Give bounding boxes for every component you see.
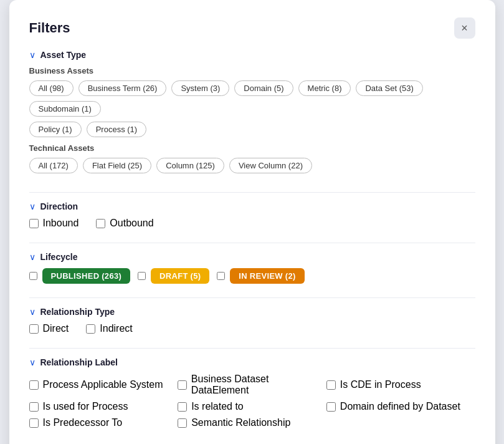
technical-assets-tags: All (172) Flat Field (25) Column (125) V… (29, 158, 475, 173)
is-cde-in-process-label: Is CDE in Process (340, 379, 421, 390)
asset-type-section: ∨ Asset Type Business Assets All (98) Bu… (29, 50, 475, 178)
filters-modal: Filters × ∨ Asset Type Business Assets A… (9, 0, 495, 444)
relationship-label-title: Relationship Label (40, 357, 118, 367)
direction-label: Direction (40, 201, 78, 211)
technical-assets-label: Technical Assets (29, 143, 475, 153)
tag-metric[interactable]: Metric (8) (298, 80, 351, 96)
is-used-for-process-option[interactable]: Is used for Process (29, 401, 178, 412)
domain-defined-by-dataset-option[interactable]: Domain defined by Dataset (326, 401, 475, 412)
relationship-label-header[interactable]: ∨ Relationship Label (29, 357, 475, 367)
semantic-relationship-label: Semantic Relationship (191, 417, 290, 428)
tag-business-term[interactable]: Business Term (26) (78, 80, 167, 96)
direction-options: Inbound Outbound (29, 218, 475, 229)
modal-footer: Clear All Apply Cancel (29, 440, 475, 444)
tag-dataset[interactable]: Data Set (53) (356, 80, 422, 96)
draft-badge[interactable]: DRAFT (5) (151, 268, 209, 284)
chevron-down-icon-3: ∨ (29, 252, 36, 262)
semantic-relationship-checkbox[interactable] (178, 418, 187, 428)
review-badge[interactable]: IN REVIEW (2) (230, 268, 304, 284)
published-badge[interactable]: PUBLISHED (263) (42, 268, 131, 284)
modal-title: Filters (29, 20, 70, 36)
is-related-to-checkbox[interactable] (178, 402, 187, 412)
tag-policy[interactable]: Policy (1) (29, 122, 82, 137)
inbound-option[interactable]: Inbound (29, 218, 79, 229)
relationship-type-options: Direct Indirect (29, 323, 475, 334)
outbound-checkbox[interactable] (96, 219, 105, 228)
asset-type-label: Asset Type (40, 50, 87, 60)
business-dataset-dataelement-option[interactable]: Business Dataset DataElement (178, 374, 326, 396)
tag-process[interactable]: Process (1) (87, 122, 146, 137)
review-checkbox[interactable] (217, 272, 225, 280)
review-item: IN REVIEW (2) (217, 268, 304, 284)
business-assets-tags-row2: Policy (1) Process (1) (29, 122, 475, 137)
process-applicable-system-option[interactable]: Process Applicable System (29, 374, 178, 396)
direction-section: ∨ Direction Inbound Outbound (29, 201, 475, 229)
is-predecessor-to-checkbox[interactable] (29, 418, 39, 428)
tag-flat-field[interactable]: Flat Field (25) (83, 158, 151, 173)
tag-view-column[interactable]: View Column (22) (229, 158, 312, 173)
direct-option[interactable]: Direct (29, 323, 69, 334)
draft-item: DRAFT (5) (138, 268, 209, 284)
tag-all-172[interactable]: All (172) (29, 158, 78, 173)
business-dataset-dataelement-label: Business Dataset DataElement (191, 374, 326, 396)
chevron-down-icon-5: ∨ (29, 357, 36, 367)
is-related-to-label: Is related to (191, 401, 244, 412)
tag-all-98[interactable]: All (98) (29, 80, 74, 96)
lifecycle-header[interactable]: ∨ Lifecycle (29, 252, 475, 262)
relationship-label-options: Process Applicable System Business Datas… (29, 374, 475, 428)
business-assets-tags: All (98) Business Term (26) System (3) D… (29, 80, 475, 117)
domain-defined-by-dataset-checkbox[interactable] (326, 402, 336, 412)
is-used-for-process-checkbox[interactable] (29, 402, 39, 412)
close-button[interactable]: × (454, 17, 475, 39)
chevron-down-icon-4: ∨ (29, 307, 36, 317)
direction-header[interactable]: ∨ Direction (29, 201, 475, 211)
is-cde-in-process-option[interactable]: Is CDE in Process (326, 374, 475, 396)
outbound-option[interactable]: Outbound (96, 218, 153, 229)
direct-label: Direct (43, 323, 69, 334)
relationship-label-section: ∨ Relationship Label Process Applicable … (29, 357, 475, 428)
business-assets-label: Business Assets (29, 66, 475, 75)
process-applicable-system-label: Process Applicable System (43, 379, 163, 390)
tag-subdomain[interactable]: Subdomain (1) (29, 101, 101, 117)
is-predecessor-to-label: Is Predecessor To (43, 417, 123, 428)
lifecycle-section: ∨ Lifecycle PUBLISHED (263) DRAFT (5) IN… (29, 252, 475, 284)
close-icon: × (461, 22, 468, 35)
indirect-label: Indirect (100, 323, 132, 334)
is-cde-in-process-checkbox[interactable] (326, 380, 336, 390)
chevron-down-icon: ∨ (29, 50, 36, 60)
indirect-option[interactable]: Indirect (86, 323, 132, 334)
is-used-for-process-label: Is used for Process (43, 401, 128, 412)
business-dataset-dataelement-checkbox[interactable] (178, 380, 187, 390)
is-related-to-option[interactable]: Is related to (178, 401, 326, 412)
tag-domain[interactable]: Domain (5) (234, 80, 293, 96)
is-predecessor-to-option[interactable]: Is Predecessor To (29, 417, 178, 428)
divider-2 (29, 243, 475, 243)
semantic-relationship-option[interactable]: Semantic Relationship (178, 417, 326, 428)
indirect-checkbox[interactable] (86, 324, 95, 334)
outbound-label: Outbound (110, 218, 153, 229)
process-applicable-system-checkbox[interactable] (29, 380, 39, 390)
relationship-type-label: Relationship Type (40, 307, 115, 317)
relationship-type-section: ∨ Relationship Type Direct Indirect (29, 307, 475, 334)
domain-defined-by-dataset-label: Domain defined by Dataset (340, 401, 460, 412)
lifecycle-label: Lifecycle (40, 252, 78, 262)
modal-header: Filters × (29, 17, 475, 39)
divider-3 (29, 297, 475, 298)
inbound-label: Inbound (43, 218, 79, 229)
asset-type-header[interactable]: ∨ Asset Type (29, 50, 475, 60)
relationship-type-header[interactable]: ∨ Relationship Type (29, 307, 475, 317)
inbound-checkbox[interactable] (29, 219, 39, 228)
draft-checkbox[interactable] (138, 272, 146, 280)
direct-checkbox[interactable] (29, 324, 39, 334)
divider-4 (29, 348, 475, 349)
divider-1 (29, 192, 475, 193)
published-item: PUBLISHED (263) (29, 268, 131, 284)
lifecycle-options: PUBLISHED (263) DRAFT (5) IN REVIEW (2) (29, 268, 475, 284)
tag-system[interactable]: System (3) (171, 80, 229, 96)
chevron-down-icon-2: ∨ (29, 201, 36, 211)
published-checkbox[interactable] (29, 272, 37, 280)
tag-column[interactable]: Column (125) (156, 158, 224, 173)
